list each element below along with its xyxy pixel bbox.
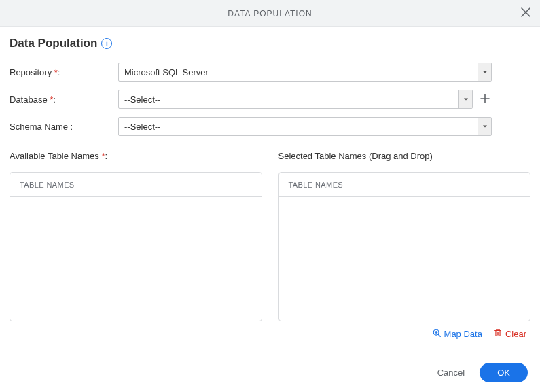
map-data-label: Map Data — [444, 329, 482, 339]
repository-value: Microsoft SQL Server — [119, 63, 478, 81]
plus-icon — [480, 93, 490, 106]
database-select[interactable]: --Select-- — [118, 90, 473, 109]
ok-button[interactable]: OK — [480, 363, 528, 382]
schema-select[interactable]: --Select-- — [118, 117, 492, 136]
chevron-down-icon — [478, 63, 491, 81]
database-label: Database *: — [10, 94, 118, 105]
selected-tables-col: Selected Table Names (Drag and Drop) TAB… — [278, 151, 531, 321]
available-tables-body[interactable] — [10, 197, 262, 321]
dialog-footer: Cancel OK — [432, 363, 528, 382]
selected-tables-header: TABLE NAMES — [279, 173, 530, 197]
chevron-down-icon — [478, 118, 491, 135]
page-title-row: Data Population i — [10, 37, 530, 50]
database-value: --Select-- — [119, 90, 458, 108]
info-icon[interactable]: i — [101, 38, 112, 49]
close-icon — [521, 7, 530, 19]
selected-tables-box[interactable]: TABLE NAMES — [278, 172, 531, 321]
dialog-body: Data Population i Repository *: Microsof… — [0, 27, 540, 340]
clear-label: Clear — [505, 329, 526, 339]
available-tables-title: Available Table Names *: — [10, 151, 262, 161]
map-data-button[interactable]: Map Data — [432, 328, 482, 340]
cancel-button[interactable]: Cancel — [432, 363, 470, 382]
database-row: Database *: --Select-- — [10, 90, 530, 109]
repository-row: Repository *: Microsoft SQL Server — [10, 63, 530, 82]
tables-section: Available Table Names *: TABLE NAMES Sel… — [10, 151, 530, 321]
available-tables-box[interactable]: TABLE NAMES — [10, 172, 262, 321]
add-database-button[interactable] — [478, 92, 492, 106]
schema-value: --Select-- — [119, 118, 478, 135]
selected-tables-body[interactable] — [279, 197, 530, 321]
map-data-icon — [432, 328, 442, 340]
selected-tables-title: Selected Table Names (Drag and Drop) — [278, 151, 531, 161]
close-button[interactable] — [518, 6, 533, 21]
clear-button[interactable]: Clear — [493, 328, 526, 340]
trash-icon — [493, 328, 503, 340]
dialog-title: DATA POPULATION — [228, 9, 312, 18]
dialog-header: DATA POPULATION — [0, 0, 540, 27]
schema-label: Schema Name : — [10, 122, 118, 132]
table-actions: Map Data Clear — [10, 328, 530, 340]
page-title: Data Population — [10, 37, 97, 50]
repository-label: Repository *: — [10, 67, 118, 77]
schema-row: Schema Name : --Select-- — [10, 117, 530, 136]
repository-select[interactable]: Microsoft SQL Server — [118, 63, 492, 82]
chevron-down-icon — [458, 90, 472, 108]
available-tables-header: TABLE NAMES — [10, 173, 262, 197]
available-tables-col: Available Table Names *: TABLE NAMES — [10, 151, 262, 321]
